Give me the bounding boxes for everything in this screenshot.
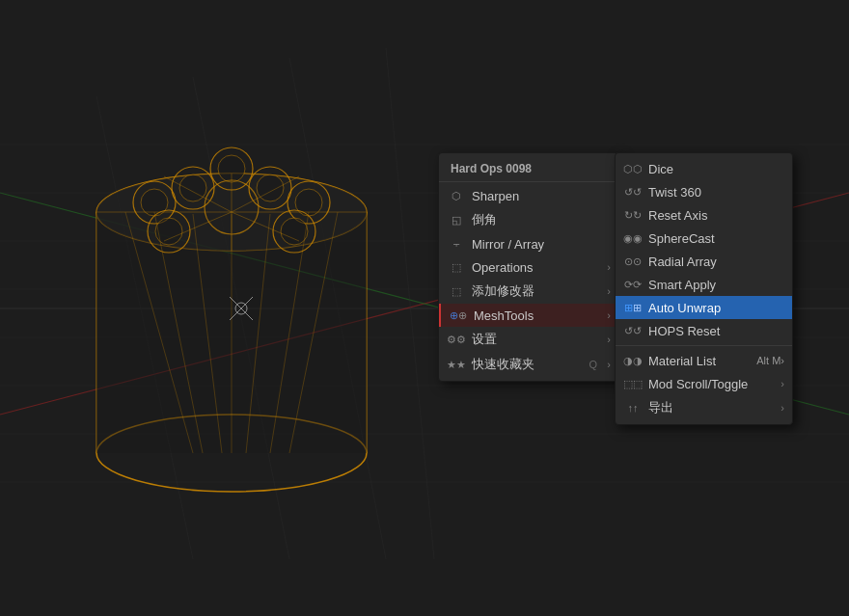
mesh-icon: ⊕	[451, 308, 466, 323]
bevel-label: 倒角	[472, 211, 497, 228]
submenu: ⬡ Dice ↺ Twist 360 ↻ Reset Axis ◉ Sphere…	[615, 152, 793, 425]
bookmark-icon: ★	[449, 357, 464, 372]
addmod-label: 添加修改器	[472, 282, 534, 300]
mirror-icon	[449, 236, 464, 252]
modscroll-label: Mod Scroll/Toggle	[648, 377, 748, 391]
svg-point-32	[155, 218, 182, 245]
hops-icon: ↺	[625, 323, 641, 338]
mirror-label: Mirror / Array	[472, 237, 544, 252]
svg-point-24	[257, 174, 284, 201]
menu-item-operations[interactable]: Operations ›	[439, 255, 618, 279]
menu-item-bevel[interactable]: 倒角	[439, 207, 618, 232]
bookmark-label: 快速收藏夹	[472, 356, 534, 373]
export-icon: ↑	[625, 400, 641, 415]
ops-icon	[449, 259, 464, 275]
bevel-icon	[449, 212, 464, 228]
spherecast-label: SphereCast	[648, 231, 715, 246]
material-icon: ◑	[625, 353, 641, 368]
svg-point-34	[281, 218, 308, 245]
autounwrap-label: Auto Unwrap	[648, 301, 721, 315]
sharpen-icon	[449, 188, 464, 203]
submenu-separator	[616, 345, 792, 346]
menu-item-settings[interactable]: ⚙ 设置 ›	[439, 327, 618, 352]
settings-label: 设置	[472, 331, 497, 348]
bookmark-arrow: ›	[607, 359, 611, 370]
hopsreset-label: HOPS Reset	[648, 324, 720, 338]
menu-item-sharpen[interactable]: Sharpen	[439, 184, 618, 207]
settings-icon: ⚙	[449, 332, 464, 347]
dice-label: Dice	[648, 162, 673, 176]
submenu-item-resetaxis[interactable]: ↻ Reset Axis	[616, 203, 792, 227]
menu-item-meshtools[interactable]: ⊕ MeshTools ›	[439, 304, 618, 327]
submenu-item-export[interactable]: ↑ 导出 ›	[616, 395, 792, 420]
export-arrow: ›	[781, 402, 784, 414]
unwrap-icon: ⊞	[625, 300, 641, 315]
submenu-item-hopsreset[interactable]: ↺ HOPS Reset	[616, 319, 792, 342]
submenu-item-materiallist[interactable]: ◑ Material List Alt M›	[616, 349, 792, 372]
menu-item-addmod[interactable]: 添加修改器 ›	[439, 279, 618, 304]
sharpen-label: Sharpen	[472, 189, 519, 203]
addmod-icon	[449, 283, 464, 299]
materiallist-shortcut: Alt M›	[756, 355, 784, 366]
smart-icon: ⟳	[625, 277, 641, 292]
modscroll-icon: ⬚	[625, 376, 641, 391]
meshtools-arrow: ›	[607, 309, 611, 321]
menu-header: Hard Ops 0098	[439, 157, 618, 182]
main-menu: Hard Ops 0098 Sharpen 倒角 Mirror / Array …	[438, 152, 619, 382]
submenu-item-smartapply[interactable]: ⟳ Smart Apply	[616, 273, 792, 296]
operations-arrow: ›	[607, 261, 611, 273]
dice-icon: ⬡	[625, 161, 641, 176]
submenu-item-spherecast[interactable]: ◉ SphereCast	[616, 227, 792, 250]
submenu-item-autounwrap[interactable]: ⊞ Auto Unwrap	[616, 296, 792, 319]
twist-icon: ↺	[625, 184, 641, 200]
submenu-item-dice[interactable]: ⬡ Dice	[616, 157, 792, 180]
menu-item-mirror[interactable]: Mirror / Array	[439, 232, 618, 255]
smartapply-label: Smart Apply	[648, 278, 716, 292]
export-label: 导出	[648, 399, 673, 416]
bookmark-shortcut: Q	[589, 359, 597, 370]
submenu-item-twist360[interactable]: ↺ Twist 360	[616, 180, 792, 203]
svg-line-6	[386, 48, 434, 559]
settings-arrow: ›	[607, 334, 611, 345]
submenu-item-modscroll[interactable]: ⬚ Mod Scroll/Toggle ›	[616, 372, 792, 395]
sphere-icon: ◉	[625, 230, 641, 246]
twist360-label: Twist 360	[648, 185, 701, 200]
modscroll-arrow: ›	[781, 378, 784, 389]
menu-item-bookmark[interactable]: ★ 快速收藏夹 Q ›	[439, 352, 618, 377]
addmod-arrow: ›	[607, 285, 611, 297]
submenu-item-radialarray[interactable]: ⊙ Radial Array	[616, 250, 792, 273]
svg-point-22	[179, 174, 206, 201]
reset-icon: ↻	[625, 207, 641, 223]
operations-label: Operations	[472, 260, 534, 275]
radial-icon: ⊙	[625, 254, 641, 269]
meshtools-label: MeshTools	[474, 308, 534, 323]
materiallist-label: Material List	[648, 354, 716, 368]
resetaxis-label: Reset Axis	[648, 208, 707, 223]
radialarray-label: Radial Array	[648, 254, 717, 269]
